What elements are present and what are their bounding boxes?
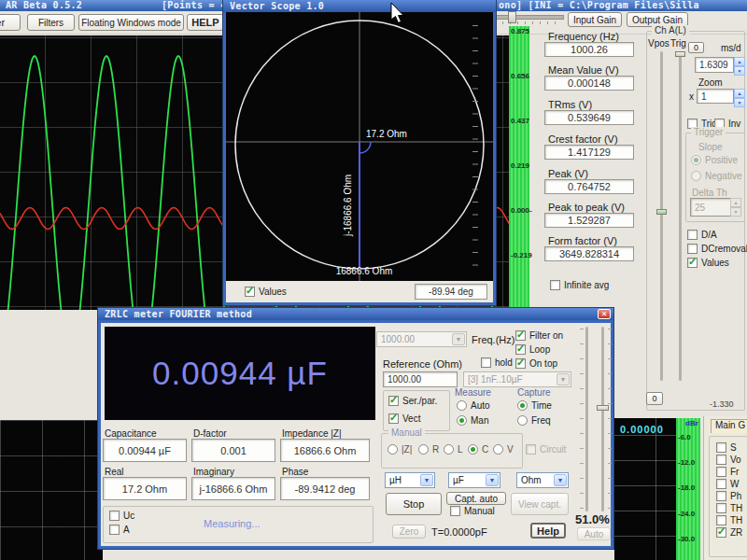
manual-z-radio[interactable] [388, 444, 398, 455]
measure-man-radio[interactable] [457, 415, 467, 426]
spin-down-icon[interactable]: ▼ [734, 98, 745, 107]
filter-on-checkbox[interactable]: ✓ [515, 330, 526, 341]
da-checkbox[interactable] [687, 230, 698, 240]
ms-zero-label: 0 [694, 43, 698, 52]
manual-l-radio[interactable] [444, 444, 454, 455]
circuit-checkbox[interactable] [526, 444, 536, 455]
vector-scope-titlebar[interactable]: Vector Scope 1.0 [223, 0, 496, 12]
stop-button[interactable]: Stop [386, 493, 442, 515]
manual-c-radio[interactable] [468, 444, 478, 455]
measure-auto-radio[interactable] [457, 400, 467, 411]
floating-windows-mode-button[interactable]: Floating Windows mode [78, 14, 184, 31]
option-checkbox[interactable] [716, 442, 726, 453]
close-icon[interactable]: ✕ [598, 309, 611, 319]
spin-up-icon[interactable]: ▲ [734, 89, 745, 98]
capt-auto-button[interactable]: Capt. auto [446, 492, 506, 505]
option-checkbox[interactable] [716, 503, 726, 513]
capture-freq-radio[interactable] [517, 415, 528, 426]
zrlc-slider-1-track[interactable] [585, 327, 588, 511]
zero-button[interactable]: Zero [392, 525, 426, 539]
view-capt-button[interactable]: View capt. [511, 493, 569, 515]
trackbar-ticks [608, 329, 612, 511]
spin-down-icon[interactable]: ▼ [730, 207, 741, 217]
freq-select[interactable]: 1000.00 ▼ [376, 331, 467, 347]
meter-button[interactable]: meter [0, 14, 21, 31]
vs-values-checkbox[interactable]: ✓ [245, 287, 255, 297]
slope-positive-radio[interactable] [691, 155, 701, 165]
delta-th-field[interactable]: 25 [690, 198, 735, 217]
slope-negative-radio[interactable] [691, 171, 701, 181]
option-checkbox[interactable] [716, 467, 726, 477]
capacitance-unit-select[interactable]: µF ▼ [448, 472, 500, 488]
ms-zero-button[interactable]: 0 [688, 42, 704, 53]
check-icon: ✓ [516, 343, 525, 355]
resistance-unit-select[interactable]: Ohm ▼ [516, 472, 569, 488]
check-icon: ✓ [389, 412, 398, 424]
auto-button[interactable]: Auto [577, 527, 611, 540]
range-select[interactable]: [3] 1nF..10µF ▼ [463, 371, 571, 387]
vpos-slider-thumb[interactable] [656, 209, 667, 215]
ms-value-field[interactable]: 1.6309 [695, 57, 734, 73]
option-checkbox[interactable] [716, 491, 726, 501]
manual-capture-checkbox[interactable] [450, 506, 460, 516]
vpos-zero-button[interactable]: 0 [646, 392, 663, 405]
floating-windows-label: Floating Windows mode [81, 18, 181, 28]
gain-slider-track[interactable] [493, 15, 564, 20]
spin-up-icon[interactable]: ▲ [730, 198, 741, 207]
spin-down-icon[interactable]: ▼ [734, 66, 745, 76]
filters-button[interactable]: Filters [27, 14, 75, 31]
a-checkbox[interactable] [109, 525, 120, 535]
crest-factor-value: 1.417129 [568, 147, 611, 158]
infinite-avg-checkbox[interactable] [550, 280, 560, 290]
vector-scope-title: Vector Scope 1.0 [230, 1, 324, 11]
zoom-spinner[interactable]: ▲▼ [734, 89, 745, 104]
manual-v-radio[interactable] [493, 444, 503, 455]
zrlc-option-checkbox[interactable]: ✓ [716, 527, 726, 538]
reference-input[interactable]: 1000.00 [383, 371, 458, 387]
delta-th-label: Delta Th [692, 188, 727, 198]
mean-value: 0.000148 [568, 77, 611, 89]
spin-up-icon[interactable]: ▲ [734, 57, 745, 66]
hold-checkbox[interactable] [481, 357, 491, 368]
db-meter-gridline [655, 418, 656, 560]
option-checkbox[interactable] [716, 515, 726, 525]
combo-arrow-glyph: ▼ [424, 477, 430, 483]
scope-scale-label: 0.656 [511, 72, 529, 80]
loop-checkbox[interactable]: ✓ [515, 344, 526, 355]
delta-th-spinner[interactable]: ▲▼ [730, 198, 741, 217]
vector-scope-footer: ✓ Values -89.94 deg [226, 281, 493, 302]
help-menu-button[interactable]: HELP [187, 14, 224, 31]
inductance-unit-select[interactable]: µH ▼ [385, 472, 435, 488]
tab-main[interactable]: Main G [711, 419, 747, 433]
on-top-checkbox[interactable]: ✓ [515, 358, 526, 369]
vpos-slider-track[interactable] [660, 51, 663, 381]
stop-button-label: Stop [403, 498, 425, 510]
option-label: Ph [730, 491, 741, 501]
dcremoval-checkbox[interactable] [687, 244, 698, 254]
manual-r-radio[interactable] [418, 444, 429, 455]
ms-spinner[interactable]: ▲▼ [734, 57, 745, 73]
option-checkbox[interactable] [716, 479, 726, 489]
capture-time-radio[interactable] [517, 400, 528, 411]
measurement-value: 0.000148 [544, 76, 634, 91]
zrlc-help-button[interactable]: Help [530, 523, 566, 539]
vect-checkbox[interactable]: ✓ [388, 413, 399, 424]
zoom-value-field[interactable]: 1 [697, 89, 734, 104]
values-checkbox[interactable]: ✓ [687, 258, 698, 268]
zrlc-titlebar[interactable]: ZRLC meter FOURIER method [98, 308, 613, 320]
input-gain-button[interactable]: Input Gain [568, 12, 622, 27]
da-row: D/A [687, 230, 717, 240]
option-checkbox[interactable] [716, 455, 726, 465]
trig-slider-thumb[interactable] [675, 51, 685, 57]
capture-time-row: Time [517, 400, 552, 411]
zrlc-slider-2-thumb[interactable] [597, 405, 609, 411]
trig-slider-track[interactable] [679, 51, 682, 381]
serpar-checkbox[interactable]: ✓ [388, 396, 399, 406]
uc-checkbox[interactable] [109, 511, 120, 521]
inductance-unit-value: µH [389, 475, 402, 485]
option-label: Fr [730, 467, 739, 477]
db-meter-value: 0.00000 [620, 424, 664, 435]
db-scale-label: -6.0 [678, 433, 691, 441]
zrlc-slider-2-track[interactable] [601, 327, 604, 511]
measure-auto-label: Auto [471, 400, 490, 411]
